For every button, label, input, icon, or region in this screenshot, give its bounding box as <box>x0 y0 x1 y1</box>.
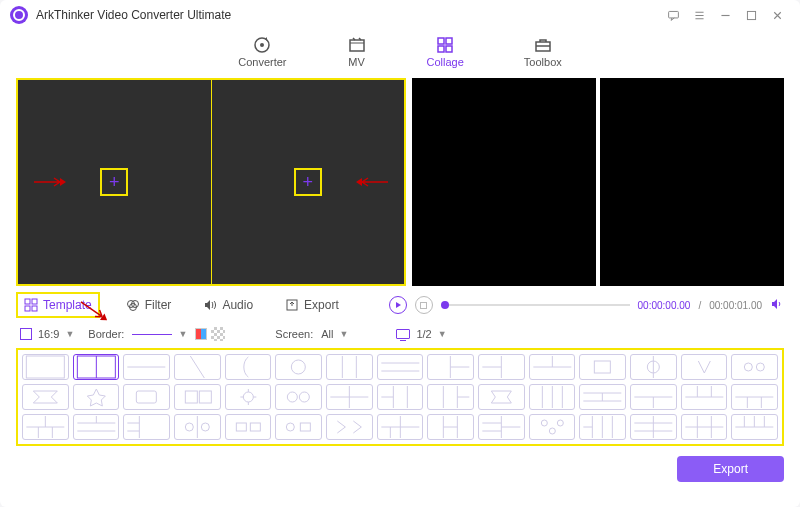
minimize-button[interactable] <box>712 5 738 25</box>
template-item[interactable] <box>478 414 525 440</box>
template-item[interactable] <box>478 354 525 380</box>
tab-collage[interactable]: Collage <box>427 36 464 68</box>
template-item[interactable] <box>225 354 272 380</box>
template-item[interactable] <box>73 354 120 380</box>
template-item[interactable] <box>427 414 474 440</box>
screen-dropdown[interactable]: All ▼ <box>317 326 352 342</box>
template-item[interactable] <box>377 384 424 410</box>
screen-icon <box>396 329 410 339</box>
svg-point-3 <box>260 43 264 47</box>
svg-rect-4 <box>350 40 364 51</box>
template-item[interactable] <box>174 384 221 410</box>
template-item[interactable] <box>22 384 69 410</box>
export-button[interactable]: Export <box>677 456 784 482</box>
template-item[interactable] <box>22 354 69 380</box>
audio-icon <box>203 298 217 312</box>
line-sample <box>132 334 172 335</box>
template-item[interactable] <box>427 354 474 380</box>
app-logo <box>10 6 28 24</box>
template-item[interactable] <box>326 414 373 440</box>
add-media-button[interactable]: + <box>100 168 128 196</box>
template-item[interactable] <box>73 414 120 440</box>
subtab-audio[interactable]: Audio <box>197 292 259 318</box>
template-item[interactable] <box>427 384 474 410</box>
template-item[interactable] <box>630 354 677 380</box>
template-item[interactable] <box>174 414 221 440</box>
border-style-dropdown[interactable]: ▼ <box>128 327 191 341</box>
preview-pane <box>412 78 784 286</box>
subtab-filter[interactable]: Filter <box>120 292 178 318</box>
svg-point-94 <box>541 420 547 426</box>
template-item[interactable] <box>529 354 576 380</box>
template-item[interactable] <box>681 354 728 380</box>
svg-point-44 <box>300 392 310 402</box>
template-item[interactable] <box>529 414 576 440</box>
svg-rect-10 <box>25 299 30 304</box>
svg-rect-12 <box>25 306 30 311</box>
svg-rect-34 <box>595 361 611 373</box>
template-item[interactable] <box>22 414 69 440</box>
tab-converter[interactable]: Converter <box>238 36 286 68</box>
template-item[interactable] <box>326 384 373 410</box>
volume-icon[interactable] <box>770 297 784 314</box>
template-item[interactable] <box>225 384 272 410</box>
template-item[interactable] <box>123 384 170 410</box>
template-item[interactable] <box>174 354 221 380</box>
page-dropdown[interactable]: 1/2 ▼ <box>392 326 450 342</box>
template-item[interactable] <box>73 384 120 410</box>
template-item[interactable] <box>681 384 728 410</box>
collage-cell-2[interactable]: + <box>212 80 405 284</box>
template-item[interactable] <box>681 414 728 440</box>
app-title: ArkThinker Video Converter Ultimate <box>36 8 231 22</box>
background-picker[interactable] <box>211 327 225 341</box>
feedback-icon[interactable] <box>660 5 686 25</box>
svg-rect-81 <box>250 423 260 431</box>
template-item[interactable] <box>275 384 322 410</box>
svg-point-82 <box>287 423 295 431</box>
border-color-picker[interactable] <box>195 328 207 340</box>
close-button[interactable] <box>764 5 790 25</box>
svg-point-96 <box>549 428 555 434</box>
svg-point-42 <box>243 392 253 402</box>
template-item[interactable] <box>377 414 424 440</box>
template-item[interactable] <box>326 354 373 380</box>
template-item[interactable] <box>478 384 525 410</box>
template-item[interactable] <box>123 414 170 440</box>
template-item[interactable] <box>630 414 677 440</box>
template-item[interactable] <box>529 384 576 410</box>
maximize-button[interactable] <box>738 5 764 25</box>
timeline-slider[interactable] <box>441 304 630 306</box>
tab-mv[interactable]: MV <box>347 36 367 68</box>
play-button[interactable] <box>389 296 407 314</box>
template-item[interactable] <box>377 354 424 380</box>
add-media-button[interactable]: + <box>294 168 322 196</box>
template-item[interactable] <box>579 384 626 410</box>
template-item[interactable] <box>731 414 778 440</box>
svg-rect-39 <box>137 391 157 403</box>
collage-icon <box>435 36 455 54</box>
svg-rect-41 <box>199 391 211 403</box>
stop-button[interactable] <box>415 296 433 314</box>
screen-label: Screen: <box>275 328 313 340</box>
chevron-down-icon: ▼ <box>178 329 187 339</box>
svg-rect-5 <box>438 38 444 44</box>
template-icon <box>24 298 38 312</box>
subtab-export[interactable]: Export <box>279 292 345 318</box>
template-item[interactable] <box>579 354 626 380</box>
template-item[interactable] <box>579 414 626 440</box>
template-item[interactable] <box>275 354 322 380</box>
template-item[interactable] <box>225 414 272 440</box>
tab-toolbox[interactable]: Toolbox <box>524 36 562 68</box>
svg-rect-40 <box>185 391 197 403</box>
template-item[interactable] <box>731 354 778 380</box>
svg-rect-6 <box>446 38 452 44</box>
template-item[interactable] <box>731 384 778 410</box>
template-item[interactable] <box>275 414 322 440</box>
template-item[interactable] <box>630 384 677 410</box>
template-item[interactable] <box>123 354 170 380</box>
svg-point-78 <box>201 423 209 431</box>
menu-icon[interactable] <box>686 5 712 25</box>
aspect-ratio-dropdown[interactable]: 16:9 ▼ <box>16 326 78 342</box>
svg-point-38 <box>757 363 765 371</box>
collage-cell-1[interactable]: + <box>18 80 212 284</box>
